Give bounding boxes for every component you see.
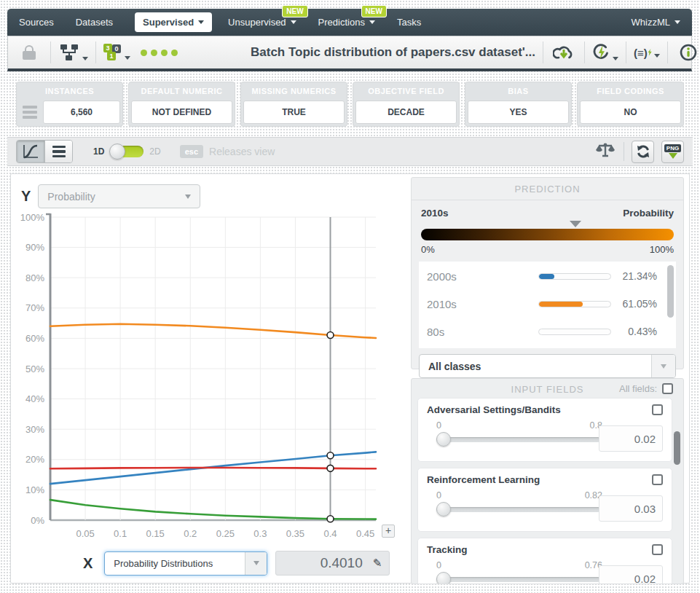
page-title: Batch Topic distribution of papers.csv d… [251, 45, 535, 60]
svg-text:0.35: 0.35 [286, 528, 304, 539]
chevron-down-icon [654, 54, 660, 58]
list-icon [52, 146, 66, 158]
slider-min: 0 [436, 490, 441, 500]
field-card: Tracking 0 0.76 0.02 [417, 538, 672, 584]
prediction-panel: PREDICTION 2010s Probability 0% 100% 200… [411, 177, 684, 369]
info-icon [679, 43, 698, 62]
y-axis-selector[interactable]: Probability [38, 184, 200, 208]
field-value-input[interactable]: 0.02 [599, 425, 663, 452]
range-min: 0% [421, 244, 435, 255]
svg-text:0.45: 0.45 [356, 528, 374, 539]
all-classes-selector[interactable]: All classes [419, 354, 676, 378]
list-view-button[interactable] [44, 141, 72, 162]
zoom-in-button[interactable]: + [382, 525, 395, 538]
svg-text:20%: 20% [25, 454, 44, 465]
probability-gradient-bar[interactable] [421, 229, 674, 240]
svg-text:0.4: 0.4 [323, 528, 337, 539]
nav-datasets[interactable]: Datasets [76, 17, 113, 28]
info-button[interactable] [675, 43, 700, 62]
slider-knob[interactable] [436, 572, 451, 584]
summary-cards: INSTANCES 6,560 DEFAULT NUMERIC NOT DEFI… [16, 82, 684, 127]
actions-button[interactable] [592, 43, 618, 62]
card-missing-numerics: MISSING NUMERICS TRUE [240, 82, 347, 127]
releases-view-label: Releases view [209, 146, 275, 157]
chevron-down-icon [82, 57, 88, 60]
scrollbar-thumb[interactable] [674, 431, 680, 465]
chevron-down-icon [291, 20, 296, 24]
chevron-down-icon [198, 20, 204, 24]
field-slider[interactable] [436, 437, 600, 442]
refresh-button[interactable] [632, 141, 654, 163]
y-axis-letter: Y [21, 188, 31, 205]
svg-text:80%: 80% [25, 272, 44, 283]
card-bias: BIAS YES [465, 82, 572, 127]
class-row: 80s 0.43% [419, 318, 676, 345]
chevron-down-icon [369, 20, 375, 24]
refresh-icon [636, 144, 650, 159]
slider-knob[interactable] [436, 502, 451, 517]
prediction-marker-icon[interactable] [570, 221, 581, 227]
nav-whizzml[interactable]: WhizzML [632, 17, 680, 28]
all-fields-checkbox[interactable] [662, 383, 673, 394]
field-card: Reinforcement Learning 0 0.82 0.03 [417, 468, 672, 532]
dimension-toggle[interactable] [110, 146, 143, 157]
list-icon[interactable] [19, 101, 41, 124]
field-checkbox[interactable] [652, 404, 663, 415]
top-nav: Sources Datasets Supervised Unsupervised… [7, 9, 692, 36]
svg-text:30%: 30% [25, 424, 44, 435]
balance-icon[interactable] [594, 141, 616, 162]
field-value-input[interactable]: 0.03 [599, 495, 663, 522]
nav-predictions[interactable]: Predictions NEW [318, 17, 375, 28]
dots-icon [141, 50, 178, 56]
input-fields-panel: INPUT FIELDS All fields: Adversarial Set… [411, 378, 684, 584]
dim-2d-label: 2D [149, 146, 160, 157]
tree-menu-button[interactable] [58, 43, 88, 62]
dropdown-arrow[interactable] [245, 552, 267, 575]
card-default-numeric: DEFAULT NUMERIC NOT DEFINED [128, 82, 235, 127]
view-toolbar: 1D 2D esc Releases view PNG [7, 137, 693, 166]
x-value-display[interactable]: 0.4010 ✎ [275, 551, 390, 576]
field-checkbox[interactable] [652, 544, 663, 555]
pencil-icon[interactable]: ✎ [373, 557, 382, 570]
scrollbar-thumb[interactable] [667, 265, 674, 318]
prediction-axis-label: Probability [623, 208, 674, 219]
prediction-title: PREDICTION [412, 178, 683, 200]
card-instances: INSTANCES 6,560 [16, 82, 123, 127]
field-value-input[interactable]: 0.02 [599, 565, 663, 584]
svg-text:0.3: 0.3 [253, 528, 267, 539]
script-button[interactable]: (≡) [634, 47, 660, 59]
toggle-knob[interactable] [109, 144, 125, 160]
download-button[interactable] [551, 43, 577, 62]
slider-min: 0 [436, 560, 441, 570]
svg-text:0.25: 0.25 [216, 528, 235, 539]
chart-view-button[interactable] [17, 141, 44, 162]
new-badge: NEW [361, 5, 387, 17]
nav-sources[interactable]: Sources [19, 17, 54, 28]
x-axis-selector[interactable]: Probability Distributions [104, 551, 267, 576]
nav-tasks[interactable]: Tasks [397, 17, 421, 28]
svg-text:0%: 0% [31, 515, 44, 526]
lightning-circle-icon [592, 43, 610, 62]
svg-text:100%: 100% [20, 212, 45, 223]
lock-icon[interactable] [21, 44, 37, 60]
field-slider[interactable] [436, 507, 600, 512]
png-export-icon: PNG [664, 144, 681, 159]
nav-supervised[interactable]: Supervised [135, 12, 212, 32]
slider-min: 0 [436, 420, 441, 431]
counter-menu-button[interactable]: 3 0 1 [103, 44, 130, 61]
card-field-codings: FIELD CODINGS NO [577, 82, 684, 127]
export-png-button[interactable]: PNG [661, 141, 684, 163]
slider-knob[interactable] [436, 432, 451, 447]
script-lightning-icon: (≡) [634, 47, 648, 59]
field-checkbox[interactable] [652, 474, 663, 485]
probability-chart[interactable]: 0%10%20%30%40%50%60%70%80%90%100%0.050.1… [18, 211, 402, 547]
all-fields-label: All fields: [619, 383, 657, 394]
predicted-class: 2010s [421, 208, 449, 219]
svg-text:0.1: 0.1 [114, 528, 127, 539]
field-slider[interactable] [436, 577, 600, 582]
dropdown-arrow[interactable] [651, 355, 675, 377]
nav-unsupervised[interactable]: Unsupervised NEW [228, 17, 296, 28]
cloud-download-icon [553, 43, 575, 62]
class-row: 2010s 61.05% [419, 291, 676, 317]
main-panel: Y Probability 0%10%20%30%40%50%60%70%80%… [10, 173, 690, 584]
